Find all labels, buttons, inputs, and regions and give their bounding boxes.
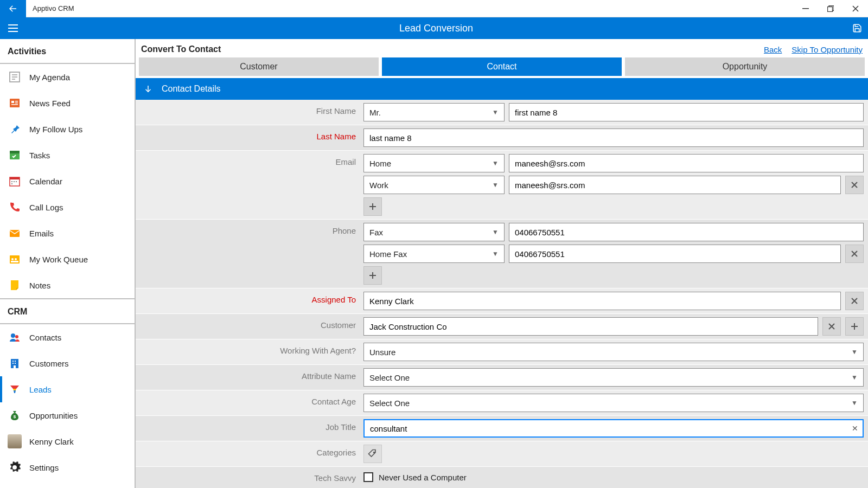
sidebar-item-label: Settings: [29, 463, 59, 472]
sidebar-item-label: My Work Queue: [29, 255, 88, 264]
checkbox-icon[interactable]: [363, 472, 373, 482]
content-area: Convert To Contact Back Skip To Opportun…: [136, 39, 868, 488]
tab-contact[interactable]: Contact: [382, 57, 622, 76]
svg-rect-26: [12, 363, 14, 364]
sidebar-item-label: My Agenda: [29, 73, 70, 82]
job-title-input[interactable]: ✕: [363, 419, 864, 438]
news-feed-icon: [8, 96, 22, 110]
sidebar-item-label: Emails: [29, 229, 54, 238]
work-queue-icon: [8, 252, 22, 266]
window-minimize-button[interactable]: [793, 0, 818, 17]
sidebar-item-my-work-queue[interactable]: My Work Queue: [0, 246, 135, 272]
window-maximize-button[interactable]: [818, 0, 843, 17]
section-title: Contact Details: [162, 84, 221, 94]
sidebar-item-notes[interactable]: Notes: [0, 272, 135, 298]
sidebar-item-contacts[interactable]: Contacts: [0, 324, 135, 350]
add-phone-button[interactable]: [363, 266, 382, 285]
add-category-button[interactable]: [363, 445, 382, 463]
sidebar: Activities My Agenda News Feed My Follow…: [0, 39, 136, 488]
add-email-button[interactable]: [363, 197, 382, 216]
clear-assigned-to-button[interactable]: [845, 292, 864, 310]
chevron-down-icon: ▼: [492, 181, 499, 189]
sidebar-item-my-follow-ups[interactable]: My Follow Ups: [0, 116, 135, 142]
tabs: Customer Contact Opportunity: [136, 57, 868, 78]
chevron-down-icon: ▼: [492, 108, 499, 116]
sidebar-item-customers[interactable]: Customers: [0, 350, 135, 376]
svg-rect-15: [11, 183, 12, 184]
tech-savvy-option-0[interactable]: Never Used a Computer: [363, 470, 864, 484]
email-input-0[interactable]: [509, 154, 864, 172]
label-email: Email: [136, 151, 363, 166]
sidebar-item-settings[interactable]: Settings: [0, 454, 135, 480]
building-icon: [8, 356, 22, 370]
save-button[interactable]: [846, 17, 868, 39]
notes-icon: [8, 278, 22, 292]
back-link[interactable]: Back: [764, 45, 782, 54]
sidebar-item-tasks[interactable]: Tasks: [0, 142, 135, 168]
back-button[interactable]: [0, 0, 26, 17]
window-titlebar: Apptivo CRM: [0, 0, 868, 17]
sidebar-item-emails[interactable]: Emails: [0, 220, 135, 246]
phone-icon: [8, 200, 22, 214]
hamburger-menu-button[interactable]: [0, 17, 26, 39]
phone-type-select-1[interactable]: Home Fax ▼: [363, 245, 505, 263]
sidebar-item-label: Notes: [29, 281, 50, 290]
sidebar-item-opportunities[interactable]: $ Opportunities: [0, 402, 135, 428]
clear-customer-button[interactable]: [822, 317, 841, 336]
first-name-input[interactable]: [509, 103, 864, 121]
svg-rect-1: [828, 7, 833, 11]
window-close-button[interactable]: [843, 0, 868, 17]
svg-rect-0: [802, 8, 809, 9]
sidebar-item-my-agenda[interactable]: My Agenda: [0, 64, 135, 90]
sidebar-item-label: My Follow Ups: [29, 125, 82, 134]
svg-rect-25: [15, 361, 16, 362]
contact-age-select[interactable]: Select One ▼: [363, 394, 864, 412]
svg-point-19: [15, 258, 17, 260]
sidebar-item-leads[interactable]: Leads: [0, 376, 135, 402]
sidebar-item-label: News Feed: [29, 99, 71, 108]
phone-type-select-0[interactable]: Fax ▼: [363, 223, 505, 241]
phone-input-0[interactable]: [509, 223, 864, 241]
app-title: Apptivo CRM: [33, 4, 74, 12]
last-name-input[interactable]: [363, 129, 864, 147]
chevron-down-icon: ▼: [851, 399, 858, 407]
label-customer: Customer: [136, 314, 363, 330]
attribute-name-select[interactable]: Select One ▼: [363, 368, 864, 387]
svg-rect-5: [15, 101, 18, 102]
app-header-bar: Lead Conversion: [0, 17, 868, 39]
svg-rect-14: [16, 181, 17, 182]
customer-input[interactable]: [363, 317, 818, 336]
skip-to-opportunity-link[interactable]: Skip To Opportunity: [792, 45, 863, 54]
label-job-title: Job Title: [136, 416, 363, 432]
sidebar-item-call-logs[interactable]: Call Logs: [0, 194, 135, 220]
tab-opportunity[interactable]: Opportunity: [625, 57, 865, 76]
email-type-select-0[interactable]: Home ▼: [363, 154, 505, 172]
tab-customer[interactable]: Customer: [139, 57, 379, 76]
sidebar-item-label: Tasks: [29, 151, 50, 160]
remove-phone-button[interactable]: [845, 245, 864, 263]
sidebar-item-label: Opportunities: [29, 411, 78, 420]
svg-rect-28: [14, 365, 16, 368]
label-contact-age: Contact Age: [136, 390, 363, 406]
sidebar-item-user[interactable]: Kenny Clark: [0, 428, 135, 454]
sidebar-item-calendar[interactable]: Calendar: [0, 168, 135, 194]
label-last-name: Last Name: [136, 125, 363, 141]
money-bag-icon: $: [8, 408, 22, 422]
sidebar-item-label: Calendar: [29, 177, 62, 186]
email-input-1[interactable]: [509, 176, 841, 194]
label-categories: Categories: [136, 441, 363, 457]
working-with-agent-select[interactable]: Unsure ▼: [363, 343, 864, 361]
email-type-select-1[interactable]: Work ▼: [363, 176, 505, 194]
add-customer-button[interactable]: [845, 317, 864, 336]
chevron-down-icon: ▼: [851, 348, 858, 356]
sidebar-item-label: Kenny Clark: [29, 437, 74, 446]
clear-job-title-icon[interactable]: ✕: [852, 424, 858, 433]
section-contact-details[interactable]: Contact Details: [136, 78, 868, 100]
prefix-select[interactable]: Mr. ▼: [363, 103, 505, 121]
phone-input-1[interactable]: [509, 245, 841, 263]
sidebar-item-news-feed[interactable]: News Feed: [0, 90, 135, 116]
remove-email-button[interactable]: [845, 176, 864, 194]
label-tech-savvy: Tech Savvy: [136, 467, 363, 483]
form: First Name Mr. ▼ Last Name: [136, 100, 868, 488]
assigned-to-input[interactable]: [363, 292, 841, 310]
